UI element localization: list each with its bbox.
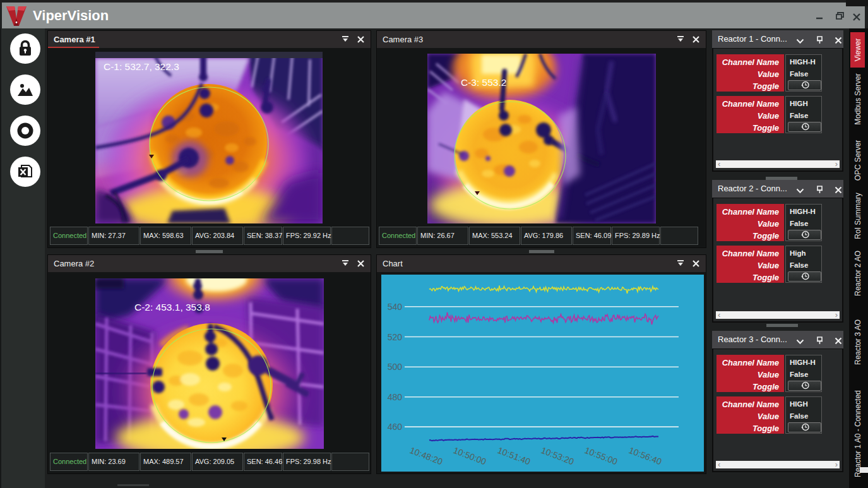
svg-text:540: 540 (388, 302, 403, 312)
svg-text:520: 520 (388, 332, 403, 342)
svg-text:C-2: 453.1, 353.8: C-2: 453.1, 353.8 (134, 302, 210, 312)
svg-text:500: 500 (388, 362, 403, 372)
svg-text:C-3: 553.2: C-3: 553.2 (461, 77, 506, 88)
svg-text:460: 460 (388, 422, 403, 432)
svg-text:480: 480 (388, 392, 403, 402)
svg-text:C-1: 532.7, 322.3: C-1: 532.7, 322.3 (104, 61, 179, 72)
